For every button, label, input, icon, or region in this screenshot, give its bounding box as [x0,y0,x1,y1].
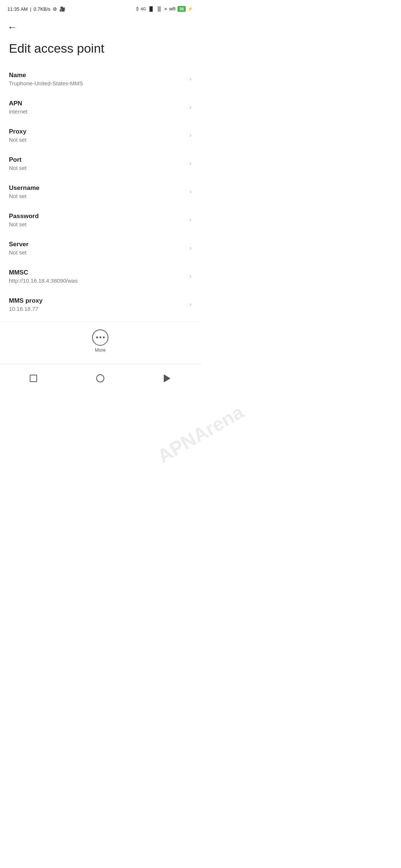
bluetooth-icon: ₿ [136,6,139,11]
settings-item-content-port: Port Not set [9,156,189,171]
status-bar: 11:35 AM | 0.7KB/s ⚙ 🎥 ₿ 4G ▐▌ ▐▌ ✕ wifi… [0,0,200,16]
settings-item-content-mmsc: MMSC http://10.16.18.4:38090/was [9,269,189,284]
settings-item-value-server: Not set [9,249,189,256]
chevron-right-icon-name: › [189,75,192,83]
back-nav-button[interactable] [159,370,175,387]
settings-item-password[interactable]: Password Not set › [0,206,200,234]
settings-item-username[interactable]: Username Not set › [0,178,200,206]
signal-bars-2-icon: ▐▌ [156,6,162,11]
more-circle-icon [92,329,108,346]
bottom-nav [0,364,200,394]
page-title: Edit access point [0,35,200,65]
settings-icon: ⚙ [53,6,57,12]
settings-item-label-port: Port [9,156,189,164]
status-right: ₿ 4G ▐▌ ▐▌ ✕ wifi 38 ⚡ [136,6,193,12]
settings-item-label-proxy: Proxy [9,128,189,135]
settings-item-mms-proxy[interactable]: MMS proxy 10.16.18.77 › [0,290,200,319]
settings-item-port[interactable]: Port Not set › [0,149,200,178]
status-left: 11:35 AM | 0.7KB/s ⚙ 🎥 [7,6,65,12]
settings-item-label-mmsc: MMSC [9,269,189,276]
chevron-right-icon-apn: › [189,103,192,111]
recent-apps-button[interactable] [25,370,42,387]
settings-item-value-proxy: Not set [9,137,189,143]
settings-item-value-mms-proxy: 10.16.18.77 [9,306,189,312]
signal-bars-icon: ▐▌ [148,6,154,11]
settings-item-content-apn: APN internet [9,100,189,115]
chevron-right-icon-server: › [189,244,192,252]
settings-item-label-name: Name [9,72,189,79]
watermark: APNArena [154,401,200,434]
signal-x-icon: ✕ [164,7,167,11]
back-button[interactable]: ← [7,22,17,33]
wifi-icon: wifi [169,6,175,11]
settings-item-value-apn: internet [9,108,189,115]
more-label: More [95,347,106,353]
chevron-right-icon-proxy: › [189,131,192,139]
settings-item-content-name: Name Truphone-United-States-MMS [9,72,189,86]
more-section: More [0,322,200,360]
settings-item-apn[interactable]: APN internet › [0,93,200,121]
settings-item-name[interactable]: Name Truphone-United-States-MMS › [0,65,200,93]
settings-item-content-username: Username Not set [9,184,189,199]
home-button[interactable] [92,370,108,387]
settings-item-label-username: Username [9,184,189,192]
settings-item-content-password: Password Not set [9,213,189,227]
settings-item-value-mmsc: http://10.16.18.4:38090/was [9,277,189,284]
settings-item-label-apn: APN [9,100,189,107]
signal-4g-icon: 4G [141,7,146,11]
settings-item-value-password: Not set [9,221,189,227]
chevron-right-icon-password: › [189,216,192,224]
settings-item-value-name: Truphone-United-States-MMS [9,80,189,86]
charging-icon: ⚡ [188,6,193,11]
back-nav-icon [164,374,170,382]
chevron-right-icon-username: › [189,188,192,195]
settings-item-proxy[interactable]: Proxy Not set › [0,121,200,149]
settings-item-content-proxy: Proxy Not set [9,128,189,143]
settings-list: Name Truphone-United-States-MMS › APN in… [0,65,200,319]
settings-item-content-mms-proxy: MMS proxy 10.16.18.77 [9,297,189,312]
chevron-right-icon-mms-proxy: › [189,300,192,308]
settings-item-server[interactable]: Server Not set › [0,234,200,262]
recent-apps-icon [30,375,37,382]
settings-item-value-username: Not set [9,193,189,199]
network-speed: 0.7KB/s [33,6,50,12]
settings-item-label-mms-proxy: MMS proxy [9,297,189,305]
battery-indicator: 38 [177,6,186,12]
settings-item-content-server: Server Not set [9,241,189,256]
home-icon [96,374,104,382]
separator: | [30,6,31,12]
settings-item-label-server: Server [9,241,189,248]
settings-item-mmsc[interactable]: MMSC http://10.16.18.4:38090/was › [0,262,200,290]
camera-icon: 🎥 [59,6,65,12]
time-display: 11:35 AM [7,6,28,12]
top-nav: ← [0,16,200,35]
chevron-right-icon-port: › [189,160,192,167]
settings-item-label-password: Password [9,213,189,220]
more-button[interactable]: More [92,329,108,353]
chevron-right-icon-mmsc: › [189,272,192,280]
more-dots-icon [96,336,105,338]
settings-item-value-port: Not set [9,165,189,171]
